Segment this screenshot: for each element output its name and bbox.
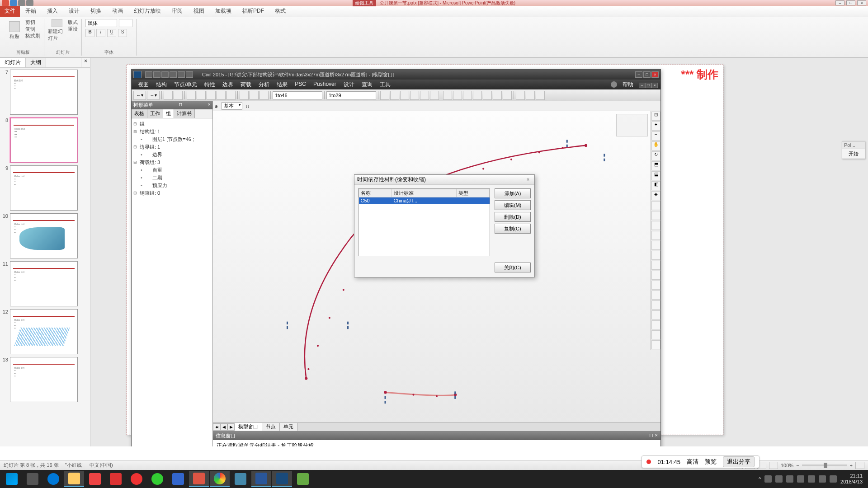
- powerpoint-taskbar-icon[interactable]: [189, 471, 209, 487]
- tree-node[interactable]: 边界组: 1: [133, 143, 211, 151]
- word-icon[interactable]: [251, 471, 271, 487]
- msg-pin-icon[interactable]: ⊓: [649, 432, 653, 440]
- new-slide-button[interactable]: 新建幻灯片: [48, 19, 66, 42]
- back-dd[interactable]: ←▾: [133, 91, 146, 100]
- slide-thumbnail[interactable]: 12Midas civil•••••••••: [2, 309, 88, 354]
- app-icon-3[interactable]: [293, 471, 313, 487]
- tree-tab[interactable]: 组: [163, 109, 174, 118]
- tree-node[interactable]: 边界: [133, 151, 211, 159]
- vp-combo[interactable]: 基本: [222, 102, 242, 110]
- taskview-button[interactable]: [23, 471, 42, 487]
- tool-btn-13[interactable]: [400, 91, 409, 100]
- tab-foxit[interactable]: 福昕PDF: [237, 5, 269, 17]
- vp-tool-f[interactable]: [651, 251, 660, 260]
- underline-button[interactable]: U: [107, 29, 116, 37]
- tab-review[interactable]: 审阅: [166, 5, 188, 17]
- redo-icon[interactable]: [26, 0, 33, 6]
- new-icon[interactable]: [145, 71, 152, 78]
- app-icon-1[interactable]: [106, 471, 126, 487]
- tree-tab[interactable]: 工作: [147, 109, 163, 118]
- civil-minimize-btn[interactable]: –: [635, 71, 642, 78]
- tab-view[interactable]: 视图: [188, 5, 210, 17]
- selection-input-1[interactable]: [273, 91, 322, 99]
- vp-tool-d[interactable]: [651, 231, 660, 240]
- tree-node[interactable]: 钢束组: 0: [133, 189, 211, 197]
- civil-taskbar-icon[interactable]: [272, 471, 292, 487]
- tool-btn-14[interactable]: [410, 91, 419, 100]
- tool-btn-1[interactable]: [164, 91, 173, 100]
- tool-btn-8[interactable]: [240, 91, 249, 100]
- tree-root[interactable]: 组: [133, 120, 211, 128]
- font-size-combo[interactable]: [119, 19, 132, 27]
- tray-expand-icon[interactable]: ^: [759, 476, 761, 482]
- tool-btn-3[interactable]: [187, 91, 196, 100]
- rotate-icon[interactable]: ↻: [651, 151, 660, 160]
- menu-item[interactable]: 查询: [358, 80, 376, 89]
- tab-format[interactable]: 格式: [269, 5, 291, 17]
- tab-animations[interactable]: 动画: [107, 5, 128, 17]
- tool-btn-12[interactable]: [390, 91, 399, 100]
- vp-tab-element[interactable]: 单元: [280, 423, 297, 431]
- stream-hd[interactable]: 高清: [687, 458, 698, 466]
- tree-node[interactable]: 预应力: [133, 182, 211, 189]
- zoom-out-btn[interactable]: −: [796, 463, 799, 468]
- menu-item[interactable]: PSC: [291, 80, 310, 89]
- slide-thumbnail[interactable]: 10Midas civil•••••••••: [2, 213, 88, 258]
- paste-button[interactable]: 粘贴: [5, 19, 24, 42]
- reset-button[interactable]: 重设: [68, 26, 78, 33]
- selection-input-2[interactable]: [326, 91, 376, 99]
- calculator-icon[interactable]: [231, 471, 250, 487]
- vp-tab-prev[interactable]: ◀: [220, 423, 227, 431]
- vp-tool-h[interactable]: [651, 271, 660, 280]
- col-type[interactable]: 类型: [456, 189, 489, 197]
- vp-tab-next[interactable]: ▶: [227, 423, 235, 431]
- delete-button[interactable]: 删除(D): [495, 212, 531, 222]
- tree-node[interactable]: 荷载组: 3: [133, 159, 211, 166]
- save-icon[interactable]: [10, 0, 17, 6]
- menu-item[interactable]: Pushover: [310, 80, 340, 89]
- print-icon[interactable]: [170, 71, 177, 78]
- tree-node[interactable]: 自重: [133, 166, 211, 174]
- tree-close-icon[interactable]: ×: [208, 102, 211, 109]
- tool-lock-icon[interactable]: [526, 91, 535, 100]
- redo-icon[interactable]: [186, 71, 193, 78]
- zoom-slider[interactable]: [802, 465, 847, 466]
- tree-tab[interactable]: 表格: [132, 109, 147, 118]
- zoom-in-icon[interactable]: +: [651, 122, 660, 131]
- mdi-min[interactable]: –: [639, 83, 645, 88]
- slides-tab[interactable]: 幻灯片: [0, 58, 26, 67]
- tray-volume-icon[interactable]: [797, 475, 804, 483]
- help-menu[interactable]: 帮助: [619, 80, 637, 89]
- tool-btn-9[interactable]: [250, 91, 259, 100]
- view-iso-icon[interactable]: ◈: [651, 191, 660, 200]
- cut-button[interactable]: 剪切: [25, 19, 35, 26]
- fit-window-icon[interactable]: [855, 462, 864, 469]
- tab-file[interactable]: 文件: [0, 5, 20, 17]
- vp-tool-c[interactable]: [651, 221, 660, 230]
- menu-item[interactable]: 工具: [376, 80, 394, 89]
- tool-btn-20[interactable]: [473, 91, 482, 100]
- message-content[interactable]: 正在读取梁单元分析结果 - 施工阶段分析正在读取梁截面温度应力 - 施工阶段分析…: [213, 440, 660, 446]
- view-side-icon[interactable]: ◧: [651, 181, 660, 190]
- format-painter-button[interactable]: 格式刷: [25, 33, 40, 39]
- edge-icon[interactable]: [43, 471, 63, 487]
- slide-thumbnail[interactable]: 9Midas civil•••••••••: [2, 165, 88, 211]
- vp-tool-j[interactable]: [651, 291, 660, 300]
- civil-maximize-btn[interactable]: □: [643, 71, 651, 78]
- view-cube[interactable]: [616, 114, 648, 136]
- tray-ime-icon[interactable]: [819, 475, 826, 483]
- fwd-dd[interactable]: →▾: [147, 91, 160, 100]
- menu-item[interactable]: 设计: [340, 80, 358, 89]
- tree-node[interactable]: 图层1 [节点数=46 ;: [133, 136, 211, 143]
- bold-button[interactable]: B: [85, 29, 94, 37]
- vp-tool-k[interactable]: [651, 300, 660, 310]
- slide-thumbnail[interactable]: 13Midas civil•••••••••: [2, 357, 88, 402]
- dialog-close-icon[interactable]: ×: [524, 177, 532, 183]
- undo-icon[interactable]: [18, 0, 25, 6]
- menu-item[interactable]: 分析: [255, 80, 273, 89]
- undo-icon[interactable]: [178, 71, 185, 78]
- explorer-icon[interactable]: [64, 471, 84, 487]
- vp-tool-m[interactable]: [651, 320, 660, 329]
- layout-button[interactable]: 版式: [68, 19, 78, 26]
- tool-btn-26[interactable]: [536, 91, 545, 100]
